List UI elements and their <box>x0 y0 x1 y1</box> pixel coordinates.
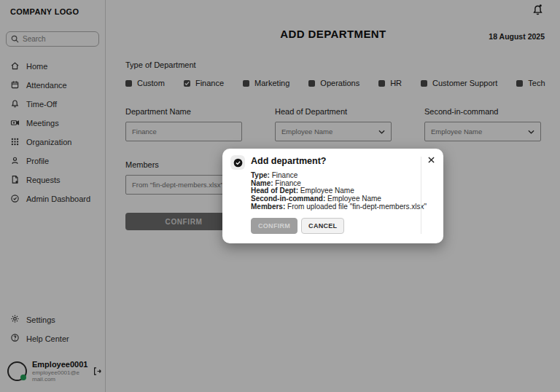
modal-confirm-button[interactable]: CONFIRM <box>251 218 298 234</box>
detail-label: Type: <box>251 171 270 179</box>
close-icon[interactable] <box>428 157 435 163</box>
modal-scrollbar[interactable] <box>421 157 421 234</box>
app-window: COMPANY LOGO Home Attendance Time-Off <box>0 0 560 392</box>
detail-label: Members: <box>251 203 285 211</box>
modal-details: Type: Finance Name: Finance Head of Dept… <box>251 172 427 211</box>
detail-value: Employee Name <box>298 187 354 195</box>
add-department-modal: Add department? Type: Finance Name: Fina… <box>222 149 443 243</box>
detail-value: Finance <box>270 171 298 179</box>
modal-title: Add department? <box>251 156 326 166</box>
modal-detail-row: Members: From uploaded file "fin-dept-me… <box>251 203 427 211</box>
detail-label: Second-in-command: <box>251 195 325 203</box>
check-circle-icon <box>230 155 245 170</box>
modal-buttons: CONFIRM CANCEL <box>251 218 344 234</box>
detail-label: Head of Dept: <box>251 187 298 195</box>
detail-value: From uploaded file "fin-dept-members.xls… <box>285 203 427 211</box>
detail-label: Name: <box>251 179 273 187</box>
detail-value: Employee Name <box>325 195 381 203</box>
modal-cancel-button[interactable]: CANCEL <box>301 218 344 234</box>
detail-value: Finance <box>273 179 301 187</box>
